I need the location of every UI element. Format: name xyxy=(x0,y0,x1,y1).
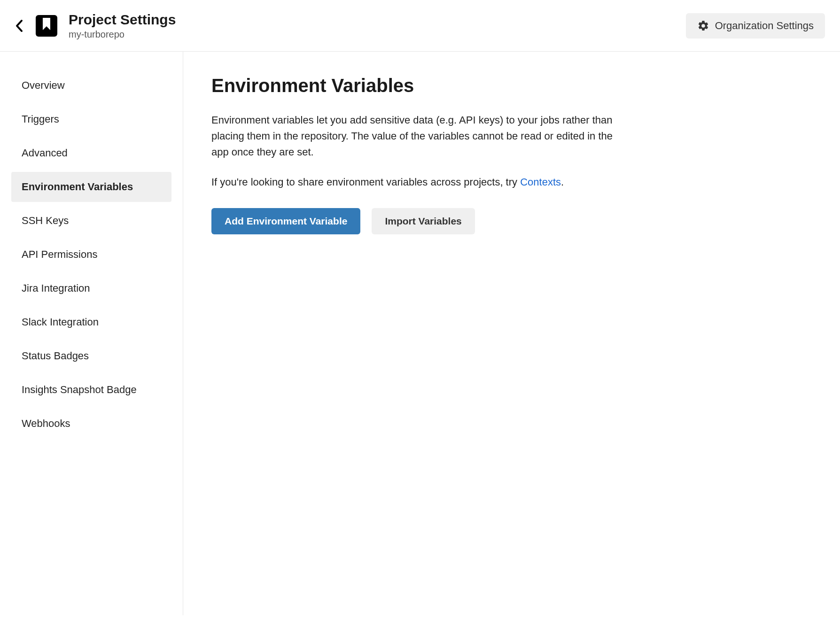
contexts-link[interactable]: Contexts xyxy=(520,176,561,188)
gear-icon xyxy=(697,20,709,32)
sidebar-item-label: Insights Snapshot Badge xyxy=(22,384,137,395)
back-button[interactable] xyxy=(15,19,24,33)
sidebar-item-overview[interactable]: Overview xyxy=(11,70,171,101)
sidebar-item-label: SSH Keys xyxy=(22,215,69,226)
sidebar-item-label: Overview xyxy=(22,79,65,91)
sidebar-item-label: Advanced xyxy=(22,147,68,159)
sidebar-item-jira-integration[interactable]: Jira Integration xyxy=(11,273,171,303)
button-row: Add Environment Variable Import Variable… xyxy=(211,208,766,234)
title-group: Project Settings my-turborepo xyxy=(69,11,176,40)
sidebar-item-slack-integration[interactable]: Slack Integration xyxy=(11,307,171,337)
sidebar-item-label: Environment Variables xyxy=(22,181,133,193)
sidebar-item-webhooks[interactable]: Webhooks xyxy=(11,409,171,439)
main-description: Environment variables let you add sensit… xyxy=(211,112,620,160)
sidebar-item-status-badges[interactable]: Status Badges xyxy=(11,341,171,371)
sidebar-item-ssh-keys[interactable]: SSH Keys xyxy=(11,206,171,236)
sidebar-item-label: Status Badges xyxy=(22,350,89,362)
sidebar-item-advanced[interactable]: Advanced xyxy=(11,138,171,168)
main-content: Environment Variables Environment variab… xyxy=(183,52,794,615)
main-heading: Environment Variables xyxy=(211,75,766,96)
header-left: Project Settings my-turborepo xyxy=(15,11,176,40)
sidebar-item-label: Triggers xyxy=(22,113,59,125)
add-environment-variable-button[interactable]: Add Environment Variable xyxy=(211,208,360,234)
sidebar: Overview Triggers Advanced Environment V… xyxy=(0,52,183,615)
project-icon xyxy=(36,15,57,37)
bookmark-icon xyxy=(42,18,51,31)
chevron-left-icon xyxy=(15,19,24,33)
sidebar-item-api-permissions[interactable]: API Permissions xyxy=(11,240,171,270)
contexts-prefix: If you're looking to share environment v… xyxy=(211,176,520,188)
layout: Overview Triggers Advanced Environment V… xyxy=(0,52,840,615)
page-title: Project Settings xyxy=(69,11,176,28)
page-header: Project Settings my-turborepo Organizati… xyxy=(0,0,840,52)
sidebar-item-label: API Permissions xyxy=(22,248,97,260)
sidebar-item-label: Webhooks xyxy=(22,418,70,429)
organization-settings-button[interactable]: Organization Settings xyxy=(686,13,825,39)
page-subtitle: my-turborepo xyxy=(69,29,176,40)
contexts-hint: If you're looking to share environment v… xyxy=(211,174,634,190)
sidebar-item-label: Slack Integration xyxy=(22,316,99,328)
sidebar-item-insights-snapshot-badge[interactable]: Insights Snapshot Badge xyxy=(11,375,171,405)
contexts-suffix: . xyxy=(561,176,564,188)
import-variables-button[interactable]: Import Variables xyxy=(372,208,474,234)
sidebar-item-triggers[interactable]: Triggers xyxy=(11,104,171,134)
sidebar-item-label: Jira Integration xyxy=(22,282,90,294)
sidebar-item-environment-variables[interactable]: Environment Variables xyxy=(11,172,171,202)
organization-settings-label: Organization Settings xyxy=(715,20,814,32)
